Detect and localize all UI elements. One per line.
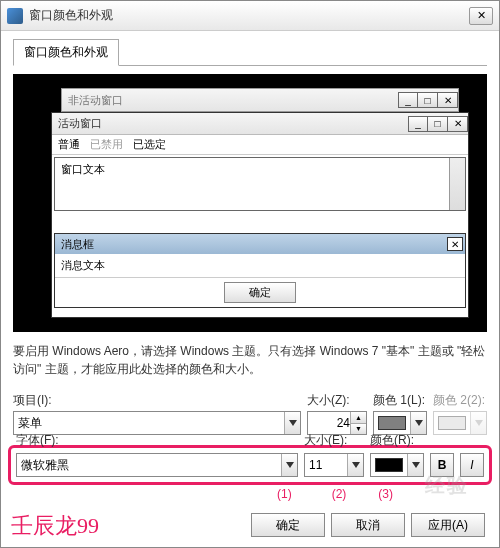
font-label: 字体(F): [16,432,298,449]
background-watermark: 经验 [425,472,469,499]
menu-selected[interactable]: 已选定 [133,137,166,152]
annotation-2: (2) [332,487,347,501]
color2-picker [433,411,487,435]
preview-messagebox: 消息框 ✕ 消息文本 确定 [54,233,466,308]
minimize-icon[interactable]: _ [408,116,428,132]
size-label: 大小(Z): [307,392,367,409]
chevron-down-icon[interactable] [347,454,363,476]
annotation-highlight: 字体(F): 微软雅黑 大小(E): 11 颜色(R): [8,445,492,485]
msgbox-title: 消息框 [61,237,94,252]
color1-swatch [378,416,406,430]
maximize-icon[interactable]: □ [418,92,438,108]
titlebar: 窗口颜色和外观 ✕ [1,1,499,31]
preview-area: 非活动窗口 _ □ ✕ 活动窗口 _ □ ✕ 普通 [13,74,487,332]
font-size-select[interactable]: 11 [304,453,364,477]
color2-label: 颜色 2(2): [433,392,487,409]
size-value: 24 [312,416,350,430]
chevron-down-icon[interactable] [281,454,297,476]
font-size-value: 11 [309,458,322,472]
spin-up-icon[interactable]: ▲ [351,412,366,424]
color2-swatch [438,416,466,430]
font-color-swatch [375,458,403,472]
tab-strip: 窗口颜色和外观 [13,39,487,66]
preview-active-window[interactable]: 活动窗口 _ □ ✕ 普通 已禁用 已选定 窗口文本 [51,112,469,318]
preview-inactive-window[interactable]: 非活动窗口 _ □ ✕ [61,88,459,112]
close-icon[interactable]: ✕ [448,116,468,132]
color1-label: 颜色 1(L): [373,392,427,409]
scrollbar[interactable] [449,158,465,210]
window-text-label: 窗口文本 [61,162,105,206]
msgbox-text: 消息文本 [55,254,465,277]
description-text: 要启用 Windows Aero，请选择 Windows 主题。只有选择 Win… [13,342,487,378]
maximize-icon[interactable]: □ [428,116,448,132]
tab-appearance[interactable]: 窗口颜色和外观 [13,39,119,66]
window-title: 窗口颜色和外观 [29,7,469,24]
dialog-footer: 确定 取消 应用(A) [251,513,485,537]
font-size-label: 大小(E): [304,432,364,449]
author-watermark: 壬辰龙99 [11,511,99,541]
apply-button[interactable]: 应用(A) [411,513,485,537]
chevron-down-icon [470,412,486,434]
menu-disabled: 已禁用 [90,137,123,152]
app-icon [7,8,23,24]
cancel-button[interactable]: 取消 [331,513,405,537]
appearance-dialog: 窗口颜色和外观 ✕ 窗口颜色和外观 非活动窗口 _ □ ✕ 活动窗口 _ [0,0,500,548]
close-icon[interactable]: ✕ [447,237,463,251]
chevron-down-icon[interactable] [410,412,426,434]
font-value: 微软雅黑 [21,457,69,474]
chevron-down-icon[interactable] [407,454,423,476]
menu-normal[interactable]: 普通 [58,137,80,152]
font-color-label: 颜色(R): [370,432,424,449]
font-color-picker[interactable] [370,453,424,477]
msgbox-ok-button[interactable]: 确定 [224,282,296,303]
inactive-title: 非活动窗口 [62,93,398,108]
annotation-1: (1) [277,487,292,501]
preview-textbox[interactable]: 窗口文本 [54,157,466,211]
preview-menubar: 普通 已禁用 已选定 [52,135,468,155]
item-value: 菜单 [18,415,42,432]
font-select[interactable]: 微软雅黑 [16,453,298,477]
close-icon[interactable]: ✕ [438,92,458,108]
item-label: 项目(I): [13,392,301,409]
annotation-3: (3) [378,487,393,501]
minimize-icon[interactable]: _ [398,92,418,108]
ok-button[interactable]: 确定 [251,513,325,537]
chevron-down-icon[interactable] [284,412,300,434]
active-title: 活动窗口 [52,116,408,131]
annotation-numbers: (1) (2) (3) [13,487,487,501]
close-icon[interactable]: ✕ [469,7,493,25]
